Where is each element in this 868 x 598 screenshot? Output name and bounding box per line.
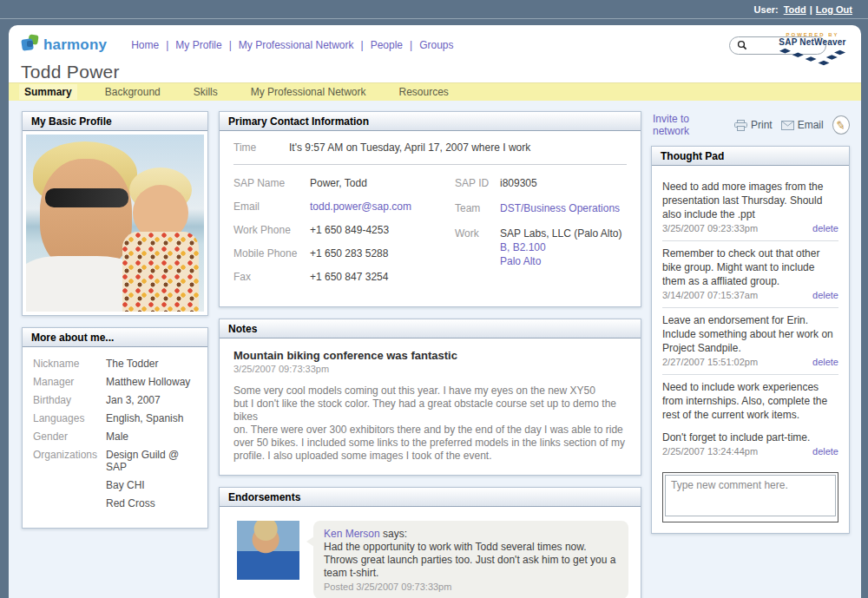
nav-separator: | [361,39,364,51]
netweaver-name: SAP NetWeaver [774,37,851,47]
basic-profile-panel: My Basic Profile [22,111,208,316]
note-delete-link[interactable]: delete [812,357,838,367]
more-about-me-title: More about me... [23,328,207,347]
about-me-value: English, Spanish [106,412,183,424]
more-about-me-panel: More about me... Nickname The Todder Man… [22,327,208,529]
tab-resources[interactable]: Resources [393,84,453,100]
contact-value: i809305 [500,177,537,191]
email-link[interactable]: Email [781,119,824,131]
note-date: 3/14/2007 07:15:37am [662,290,758,300]
about-me-row: Organizations Design Guild @ SAPBay CHIR… [33,449,202,509]
endorsements-panel: Endorsements Ken Merson says: Had the op… [219,487,641,598]
thought-pad-panel: Thought Pad Need to add more images from… [651,146,850,534]
note-text: Need to include work experiences from in… [662,380,838,422]
user-link[interactable]: Todd [784,4,806,15]
contact-label: Work [455,227,500,269]
contact-right-rows: SAP ID i809305 Team DST/Business Operati… [455,177,627,294]
logout-link[interactable]: Log Out [816,4,852,15]
page-frame: harmony Home|My Profile|My Professional … [9,25,861,598]
contact-label: Mobile Phone [233,247,310,260]
contact-value-line: SAP Labs, LLC (Palo Alto) [500,227,622,240]
contact-label: Team [455,202,500,216]
note-text: Remember to check out that other bike gr… [662,246,838,288]
time-value: It's 9:57 AM on Tuesday, April 17, 2007 … [289,141,530,154]
note-entry-body: Some very cool models coming out this ye… [233,384,627,463]
nav-link-home[interactable]: Home [131,39,159,51]
nav-separator: | [229,39,232,51]
nav-link-my-professional-network[interactable]: My Professional Network [239,39,354,51]
note-date: 2/27/2007 15:51:02pm [662,357,758,367]
basic-profile-title: My Basic Profile [23,112,207,131]
harmony-logo[interactable]: harmony [21,34,107,56]
left-column: My Basic Profile More about me... Nickna… [22,111,208,598]
nav-link-my-profile[interactable]: My Profile [175,39,221,51]
about-me-values: The Todder [106,358,159,370]
contact-label: Fax [233,271,310,283]
contact-label: SAP ID [455,177,500,191]
contact-value: Power, Todd [310,177,367,189]
thought-pad-note: Leave an endorsement for Erin. Include s… [662,307,838,374]
about-me-value: The Todder [106,358,159,370]
contact-value: +1 650 283 5288 [310,247,388,260]
harmony-flower-icon [21,34,40,56]
contact-row: Work Phone +1 650 849-4253 [233,224,455,236]
contact-value-link[interactable]: B, B2.100 [500,241,622,253]
note-paragraphs: Need to include work experiences from in… [662,380,838,444]
about-me-label: Manager [33,376,106,388]
nav-link-groups[interactable]: Groups [419,39,453,51]
tab-skills[interactable]: Skills [188,84,223,100]
logo-text: harmony [43,36,107,54]
note-paragraphs: Remember to check out that other bike gr… [662,246,838,288]
middle-column: Primary Contact Information Time It's 9:… [219,111,641,598]
contact-value[interactable]: todd.power@sap.com [310,200,411,213]
about-me-values: Jan 3, 2007 [106,394,161,406]
contact-label: Work Phone [233,224,310,236]
endorsements-title: Endorsements [220,488,641,507]
tab-my-professional-network[interactable]: My Professional Network [246,84,372,100]
about-me-values: Design Guild @ SAPBay CHIRed Cross [106,449,202,509]
note-paragraphs: Leave an endorsement for Erin. Include s… [662,313,838,355]
pencil-icon: ✎ [835,118,846,133]
contact-row: Work SAP Labs, LLC (Palo Alto)B, B2.100P… [455,227,627,269]
about-me-label: Birthday [33,394,106,406]
note-delete-link[interactable]: delete [812,446,838,457]
contact-row: Email todd.power@sap.com [233,200,455,213]
contact-value: +1 650 849-4253 [310,224,389,236]
endorsement-text: Had the opportunity to work with Todd se… [324,541,618,580]
endorser-avatar [237,521,299,580]
endorsement-bubble: Ken Merson says: Had the opportunity to … [313,521,628,598]
nav-separator: | [410,39,412,51]
about-me-values: Matthew Holloway [106,376,190,388]
new-comment-input[interactable]: Type new comment here. [665,475,836,516]
print-link[interactable]: Print [734,119,773,131]
invite-to-network-link[interactable]: Invite to network [653,113,722,137]
contact-value-link[interactable]: Palo Alto [500,255,622,267]
thought-pad-note: Remember to check out that other bike gr… [662,240,838,307]
note-date: 2/25/2007 13:24:44pm [662,446,758,457]
contact-row: SAP ID i809305 [455,177,627,191]
about-me-values: English, Spanish [106,412,183,424]
endorser-name-link[interactable]: Ken Merson [324,528,380,540]
note-delete-link[interactable]: delete [812,290,838,300]
nav-link-people[interactable]: People [371,39,403,51]
contact-value-link[interactable]: DST/Business Operations [500,202,620,214]
contact-row: SAP Name Power, Todd [233,177,455,189]
endorsement-posted: Posted 3/25/2007 09:73:33pm [324,582,618,592]
contact-value: +1 650 847 3254 [310,271,388,283]
note-text: Don't forget to include part-time. [662,430,838,444]
right-column: Invite to network Print Email ✎ Thought … [651,111,850,598]
tab-summary[interactable]: Summary [19,84,77,100]
tab-background[interactable]: Background [100,84,166,100]
notes-title: Notes [220,319,641,338]
content: My Basic Profile More about me... Nickna… [9,101,861,598]
thought-pad-note: Need to add more images from the present… [662,174,838,240]
endorsements-list: Ken Merson says: Had the opportunity to … [220,507,641,598]
note-delete-link[interactable]: delete [812,223,838,233]
search-icon [737,40,747,50]
page-title: Todd Power [21,62,849,82]
edit-profile-button[interactable]: ✎ [832,115,850,135]
profile-photo [26,135,204,312]
contact-panel: Primary Contact Information Time It's 9:… [219,111,641,307]
says-label: says: [383,528,407,540]
about-me-row: Birthday Jan 3, 2007 [33,394,202,406]
